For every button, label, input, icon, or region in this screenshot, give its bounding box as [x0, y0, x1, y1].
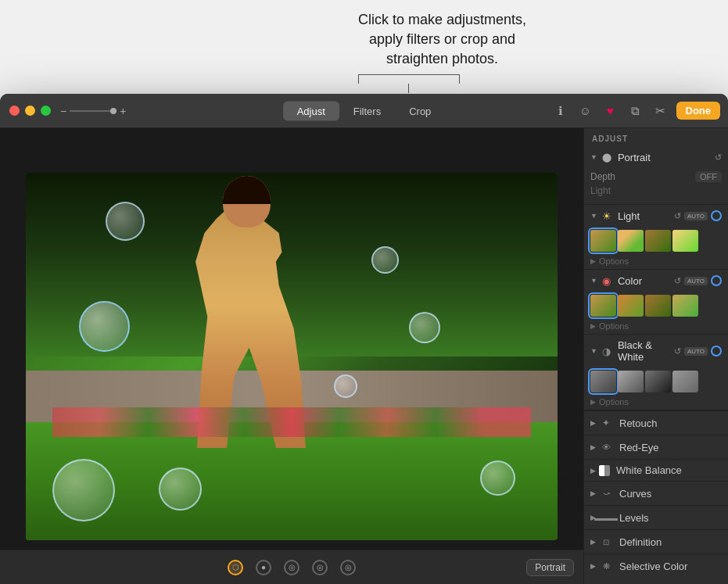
light-options[interactable]: ▶ Options [584, 255, 728, 269]
bw-undo-icon[interactable]: ↺ [674, 346, 681, 356]
color-title: Color [618, 275, 674, 287]
bw-chevron: ▼ [590, 347, 597, 355]
bw-auto-badge[interactable]: AUTO [684, 347, 708, 356]
red-eye-icon: 👁 [599, 440, 613, 454]
light-toggle[interactable] [711, 210, 722, 221]
light-auto-badge[interactable]: AUTO [684, 212, 708, 220]
light-chevron: ▼ [590, 212, 597, 220]
bw-toggle[interactable] [711, 346, 722, 356]
bw-thumb-1[interactable] [590, 371, 616, 392]
retouch-label: Retouch [619, 417, 722, 429]
portrait-button[interactable]: Portrait [526, 559, 574, 576]
tool-icon-4[interactable]: ◎ [312, 560, 328, 575]
title-bar: − + Adjust Filters Crop ℹ ☺ ♥ ⧉ ✂ Done [0, 94, 728, 128]
red-eye-label: Red-Eye [619, 442, 722, 453]
depth-row: Depth OFF [590, 170, 722, 184]
definition-item[interactable]: ▶ ⊡ Definition [584, 529, 728, 554]
tooltip-text: Click to make adjustments, apply filters… [358, 10, 526, 70]
bw-thumb-4[interactable] [672, 371, 698, 392]
photo-container [26, 173, 558, 540]
tooltip-bracket [358, 74, 460, 84]
bubble-2 [371, 246, 399, 274]
bw-section: ▼ ◑ Black & White ↺ AUTO [584, 335, 728, 410]
tab-filters[interactable]: Filters [339, 101, 395, 120]
light-thumb-strip [584, 227, 728, 255]
tooltip-line [408, 84, 409, 93]
light-title: Light [618, 210, 674, 222]
bottom-toolbar: ⬡ ● ◎ ◎ ◎ Portrait [0, 550, 583, 584]
portrait-section-header[interactable]: ▼ ⬤ Portrait ↺ [584, 146, 728, 168]
red-eye-item[interactable]: ▶ 👁 Red-Eye [584, 435, 728, 459]
maximize-button[interactable] [41, 106, 51, 116]
selective-color-icon: ❋ [599, 559, 613, 573]
selective-color-item[interactable]: ▶ ❋ Selective Color [584, 554, 728, 578]
color-section-header[interactable]: ▼ ◉ Color ↺ AUTO [584, 270, 728, 292]
light-thumb-2[interactable] [618, 230, 644, 252]
info-icon[interactable]: ℹ [551, 102, 570, 120]
white-balance-chevron: ▶ [590, 467, 596, 475]
bw-options[interactable]: ▶ Options [584, 396, 728, 410]
color-undo-icon[interactable]: ↺ [674, 276, 681, 286]
white-balance-label: White Balance [616, 464, 722, 476]
tool-icon-2[interactable]: ● [256, 560, 271, 575]
bw-thumb-3[interactable] [645, 371, 671, 392]
tab-crop[interactable]: Crop [395, 101, 445, 120]
minimize-button[interactable] [25, 106, 35, 116]
color-auto-badge[interactable]: AUTO [684, 277, 708, 285]
app-window: − + Adjust Filters Crop ℹ ☺ ♥ ⧉ ✂ Done [0, 94, 728, 584]
light-undo-icon[interactable]: ↺ [674, 211, 681, 221]
color-options-chevron: ▶ [590, 322, 596, 330]
close-button[interactable] [9, 106, 20, 116]
levels-item[interactable]: ▶ ▬▬▬ Levels [584, 505, 728, 529]
portrait-chevron: ▼ [590, 153, 597, 161]
portrait-controls: Depth OFF Light [584, 168, 728, 204]
light-thumb-1[interactable] [590, 230, 616, 252]
color-thumb-2[interactable] [618, 295, 644, 317]
light-label: Light [590, 184, 722, 198]
zoom-in-icon[interactable]: + [120, 105, 126, 117]
color-options[interactable]: ▶ Options [584, 320, 728, 334]
photo-subject-hair [223, 176, 271, 204]
definition-icon: ⊡ [599, 535, 613, 549]
light-thumb-3[interactable] [645, 230, 671, 252]
levels-icon: ▬▬▬ [599, 511, 613, 525]
bw-section-header[interactable]: ▼ ◑ Black & White ↺ AUTO [584, 335, 728, 367]
curves-icon: ⤻ [599, 486, 613, 500]
tab-adjust[interactable]: Adjust [283, 101, 339, 120]
color-thumb-strip [584, 292, 728, 320]
definition-chevron: ▶ [590, 538, 596, 546]
white-balance-item[interactable]: ▶ White Balance [584, 459, 728, 481]
curves-item[interactable]: ▶ ⤻ Curves [584, 481, 728, 505]
retouch-item[interactable]: ▶ ✦ Retouch [584, 410, 728, 435]
zoom-slider[interactable] [70, 110, 117, 112]
light-section: ▼ ☀ Light ↺ AUTO [584, 205, 728, 270]
heart-icon[interactable]: ♥ [601, 102, 620, 120]
photo-flowers [52, 407, 531, 437]
bubble-5 [52, 459, 115, 521]
zoom-out-icon[interactable]: − [60, 105, 66, 117]
color-toggle[interactable] [711, 275, 722, 286]
color-thumb-4[interactable] [672, 295, 698, 317]
light-section-header[interactable]: ▼ ☀ Light ↺ AUTO [584, 205, 728, 227]
depth-label: Depth [590, 171, 615, 182]
done-button[interactable]: Done [676, 102, 721, 120]
share-icon[interactable]: ⧉ [626, 102, 645, 120]
right-icons: ℹ ☺ ♥ ⧉ ✂ Done [551, 102, 721, 120]
light-thumb-4[interactable] [672, 230, 698, 252]
color-thumb-3[interactable] [645, 295, 671, 317]
color-thumb-1[interactable] [590, 295, 616, 317]
portrait-undo-icon[interactable]: ↺ [715, 152, 722, 163]
panel-header: ADJUST [584, 128, 728, 146]
retouch-icon: ✦ [599, 416, 613, 430]
face-icon[interactable]: ☺ [576, 102, 595, 120]
tool-icon-3[interactable]: ◎ [284, 560, 299, 575]
bw-title: Black & White [618, 339, 674, 363]
edit-icon[interactable]: ✂ [651, 102, 670, 120]
panel-scroll[interactable]: ▼ ⬤ Portrait ↺ Depth OFF Light [584, 146, 728, 584]
zoom-control: − + [60, 105, 126, 117]
tool-icon-1[interactable]: ⬡ [228, 560, 243, 575]
bw-thumb-2[interactable] [618, 371, 644, 392]
tool-icon-5[interactable]: ◎ [340, 560, 356, 575]
photo-area[interactable]: ⬡ ● ◎ ◎ ◎ Portrait [0, 128, 583, 584]
levels-label: Levels [619, 512, 722, 524]
